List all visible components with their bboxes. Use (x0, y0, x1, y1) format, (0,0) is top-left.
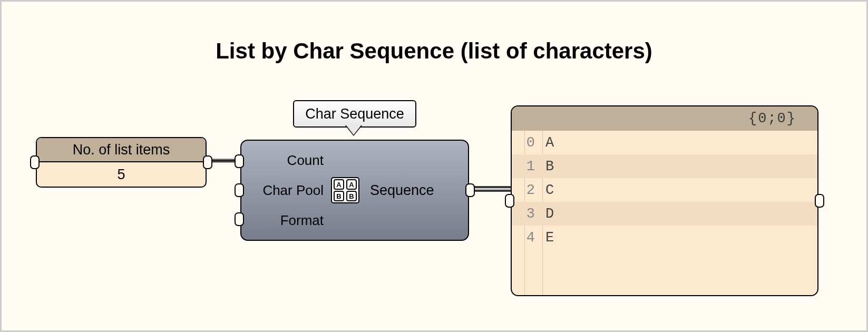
input-count[interactable]: Count (287, 153, 324, 167)
row-index: 2 (512, 182, 539, 198)
char-sequence-icon: A A B B (331, 177, 359, 203)
row-index: 4 (512, 230, 539, 246)
row-value: C (539, 182, 554, 198)
input-char-pool[interactable]: Char Pool (262, 183, 324, 197)
diagram-canvas: List by Char Sequence (list of character… (0, 0, 868, 332)
output-row: 1 B (512, 154, 817, 178)
row-index: 3 (512, 206, 539, 222)
component-outputs: Sequence (365, 141, 468, 240)
grip[interactable] (30, 155, 40, 169)
output-panel[interactable]: {0;0} 0 A 1 B 2 C 3 D 4 E (511, 105, 818, 296)
grip[interactable] (203, 155, 212, 169)
output-rows: 0 A 1 B 2 C 3 D 4 E (512, 131, 817, 249)
svg-text:A: A (336, 181, 342, 189)
output-row: 4 E (512, 226, 817, 249)
number-panel-title: No. of list items (37, 138, 206, 162)
svg-rect-0 (331, 178, 359, 203)
grip[interactable] (465, 183, 475, 197)
diagram-title: List by Char Sequence (list of character… (2, 38, 866, 64)
output-row: 2 C (512, 178, 817, 202)
svg-text:B: B (349, 192, 354, 200)
component-inputs: Count Char Pool Format (241, 141, 326, 240)
output-row: 3 D (512, 202, 817, 226)
number-panel-value[interactable]: 5 (37, 162, 206, 187)
output-sequence[interactable]: Sequence (370, 182, 434, 199)
number-panel[interactable]: No. of list items 5 (36, 137, 207, 188)
component-icon-wrap: A A B B (326, 141, 365, 240)
row-value: D (539, 206, 554, 222)
grip[interactable] (505, 194, 514, 208)
row-value: A (539, 135, 554, 151)
row-index: 0 (512, 135, 539, 151)
char-sequence-component[interactable]: Count Char Pool Format A A B B Sequence (240, 140, 469, 241)
row-index: 1 (512, 159, 539, 174)
component-tooltip: Char Sequence (293, 100, 416, 128)
input-format[interactable]: Format (280, 213, 324, 227)
svg-text:B: B (336, 192, 341, 200)
output-row: 0 A (512, 131, 817, 154)
grip[interactable] (815, 194, 824, 208)
output-panel-path: {0;0} (512, 106, 817, 131)
tooltip-arrow (346, 125, 361, 135)
row-value: B (539, 159, 554, 174)
grip[interactable] (235, 212, 244, 226)
grip[interactable] (235, 154, 244, 168)
grip[interactable] (235, 183, 244, 197)
svg-text:A: A (349, 181, 354, 189)
row-value: E (539, 230, 554, 246)
